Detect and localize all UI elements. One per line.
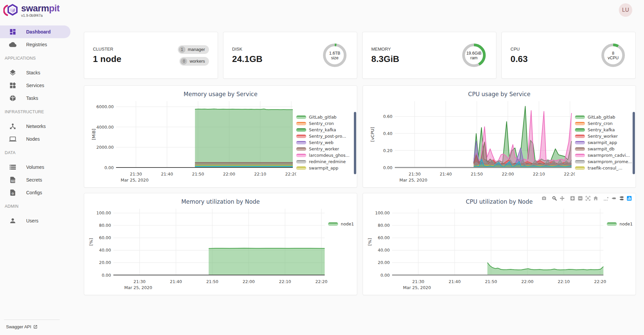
zoom-icon[interactable] bbox=[552, 196, 557, 201]
chart-title: Memory usage by Service bbox=[84, 91, 357, 98]
series-line-node1 bbox=[487, 263, 603, 270]
plot-area[interactable]: 0.000.200.400.6021:3021:4021:5022:0022:1… bbox=[363, 98, 575, 183]
plotly-logo-icon[interactable] bbox=[627, 196, 632, 201]
toggle-spikelines-icon[interactable] bbox=[604, 196, 608, 201]
legend-scrollbar[interactable] bbox=[354, 112, 356, 174]
sidebar-item-secrets[interactable]: KEY Secrets bbox=[0, 174, 74, 186]
x-tick-label: 22:20 bbox=[564, 172, 575, 177]
legend-item[interactable]: swarmpit_db bbox=[575, 146, 636, 152]
secret-file-key-icon: KEY bbox=[9, 176, 16, 184]
gauge-line2: ram bbox=[470, 56, 478, 60]
swarmpit-logo-icon bbox=[3, 3, 19, 17]
legend-item[interactable]: swarmpit_app bbox=[575, 139, 636, 146]
legend-item[interactable]: larcomdeus_ghos... bbox=[296, 152, 357, 158]
pan-icon[interactable] bbox=[560, 196, 565, 201]
legend-label: Sentry_cron bbox=[309, 121, 334, 126]
sidebar-item-stacks[interactable]: Stacks bbox=[0, 66, 74, 79]
sidebar-item-networks[interactable]: Networks bbox=[0, 120, 74, 133]
legend-item[interactable]: node1 bbox=[607, 221, 636, 227]
sidebar-item-label: Registries bbox=[26, 42, 47, 47]
x-tick-label: 21:30 bbox=[409, 172, 421, 177]
legend-item[interactable]: Sentry_kafka bbox=[296, 127, 357, 133]
x-axis-date-label: Mar 25, 2020 bbox=[399, 178, 427, 183]
stat-value: 8.3GiB bbox=[371, 54, 399, 64]
sidebar-item-services[interactable]: Services bbox=[0, 79, 74, 92]
sidebar-item-volumes[interactable]: Volumes bbox=[0, 161, 74, 174]
y-tick-label: 60.00 bbox=[99, 235, 111, 240]
legend-item[interactable]: GitLab_gitlab bbox=[296, 114, 357, 120]
svg-text:19.6GiB: 19.6GiB bbox=[466, 51, 481, 56]
gauge-line1: 19.6GiB bbox=[466, 51, 481, 56]
y-tick-label: 20.00 bbox=[99, 260, 111, 265]
layers-icon bbox=[9, 69, 16, 76]
config-file-gear-icon: ⚙ bbox=[9, 189, 16, 196]
x-tick-label: 22:00 bbox=[223, 172, 235, 177]
legend-label: Sentry_web bbox=[309, 140, 333, 145]
swagger-api-link[interactable]: Swagger API bbox=[6, 324, 38, 329]
chart-legend: GitLab_gitlabSentry_cronSentry_kafkaSent… bbox=[575, 98, 636, 183]
reset-axes-home-icon[interactable] bbox=[593, 196, 598, 201]
y-axis-title: [vCPU] bbox=[370, 127, 375, 142]
x-tick-label: 22:10 bbox=[558, 279, 570, 284]
svg-text:vCPU: vCPU bbox=[608, 56, 619, 60]
sidebar-item-nodes[interactable]: Nodes bbox=[0, 133, 74, 145]
series-line-node1 bbox=[209, 248, 325, 249]
sidebar-item-configs[interactable]: ⚙ Configs bbox=[0, 186, 74, 199]
x-axis-date-label: Mar 25, 2020 bbox=[121, 178, 149, 183]
plot-area[interactable]: 0.002000.004000.006000.0021:3021:4021:50… bbox=[84, 98, 296, 183]
legend-label: swarmprom_cadvi... bbox=[588, 153, 630, 158]
legend-item[interactable]: Sentry_worker bbox=[296, 146, 357, 152]
sidebar-footer: Swagger API bbox=[4, 320, 60, 331]
user-avatar[interactable]: LU bbox=[619, 3, 632, 17]
legend-item[interactable]: Sentry_web bbox=[296, 139, 357, 146]
x-tick-label: 22:00 bbox=[521, 279, 533, 284]
hover-closest-icon[interactable] bbox=[611, 196, 616, 201]
manager-count-chip: 1 manager bbox=[178, 45, 209, 54]
chip-label: manager bbox=[188, 47, 205, 52]
legend-item[interactable]: swarmprom_prome... bbox=[575, 158, 636, 165]
sidebar-item-registries[interactable]: Registries bbox=[0, 38, 74, 51]
memory-utilization-by-node-chart: Memory utilization by Node 0.0020.0040.0… bbox=[84, 193, 357, 295]
x-tick-label: 22:20 bbox=[594, 279, 606, 284]
series-area-node1 bbox=[487, 263, 603, 275]
legend-item[interactable]: swarmpit_app bbox=[296, 165, 357, 171]
hover-compare-icon[interactable] bbox=[619, 196, 624, 201]
cpu-usage-by-service-chart: CPU usage by Service 0.000.200.400.6021:… bbox=[363, 85, 636, 188]
legend-label: swarmpit_app bbox=[588, 140, 617, 145]
chart-legend: GitLab_gitlabSentry_cronSentry_kafkaSent… bbox=[296, 98, 357, 183]
autoscale-icon[interactable] bbox=[586, 196, 590, 201]
legend-item[interactable]: Sentry_kafka bbox=[575, 127, 636, 133]
zoom-in-icon[interactable] bbox=[570, 196, 575, 201]
y-tick-label: 0.00 bbox=[102, 273, 111, 278]
legend-swatch bbox=[296, 116, 306, 119]
legend-item[interactable]: Sentry_post-pro... bbox=[296, 133, 357, 139]
plot-area[interactable]: 0.0020.0040.0060.0080.00100.0021:3021:40… bbox=[363, 206, 607, 290]
sidebar-item-tasks[interactable]: Tasks bbox=[0, 92, 74, 105]
svg-text:ram: ram bbox=[470, 56, 478, 60]
plot-area[interactable]: 0.0020.0040.0060.0080.00100.0021:3021:40… bbox=[84, 206, 328, 290]
download-plot-icon[interactable] bbox=[542, 196, 546, 201]
legend-label: redmine_redmine bbox=[309, 159, 346, 164]
sidebar-item-dashboard[interactable]: Dashboard bbox=[0, 25, 70, 38]
sidebar-section-data: DATA bbox=[5, 150, 74, 156]
legend-scrollbar[interactable] bbox=[633, 112, 635, 174]
y-tick-label: 100.00 bbox=[96, 210, 111, 215]
sidebar-item-users[interactable]: Users bbox=[0, 214, 74, 227]
chart-title: Memory utilization by Node bbox=[84, 198, 357, 206]
legend-item[interactable]: traefik-consul_... bbox=[575, 165, 636, 171]
legend-item[interactable]: node1 bbox=[328, 221, 357, 227]
stat-label: CLUSTER bbox=[93, 47, 121, 52]
legend-item[interactable]: Sentry_worker bbox=[575, 133, 636, 139]
zoom-out-icon[interactable] bbox=[578, 196, 583, 201]
cluster-card: CLUSTER 1 node 1 manager 0 workers bbox=[84, 32, 218, 79]
legend-item[interactable]: Sentry_cron bbox=[575, 120, 636, 127]
legend-item[interactable]: Sentry_cron bbox=[296, 120, 357, 127]
legend-item[interactable]: redmine_redmine bbox=[296, 158, 357, 165]
legend-label: larcomdeus_ghos... bbox=[309, 153, 350, 158]
legend-swatch bbox=[575, 147, 585, 151]
legend-item[interactable]: GitLab_gitlab bbox=[575, 114, 636, 120]
y-tick-label: 6000.00 bbox=[96, 104, 114, 109]
legend-swatch bbox=[575, 160, 585, 163]
x-tick-label: 21:40 bbox=[170, 279, 182, 284]
legend-item[interactable]: swarmprom_cadvi... bbox=[575, 152, 636, 158]
